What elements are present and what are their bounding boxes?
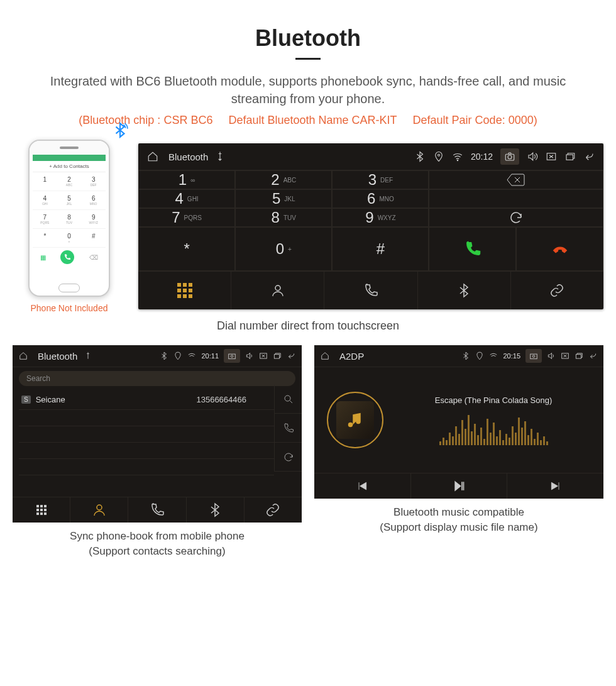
music-status-time: 20:15	[503, 352, 520, 360]
dialer-head-unit: Bluetooth 20:12 1∞ 2ABC 3DEF 4GHI 5JK	[138, 143, 603, 309]
refresh-button[interactable]	[429, 208, 603, 227]
dialpad-grid-icon	[177, 283, 192, 298]
key-8[interactable]: 8TUV	[235, 208, 332, 227]
equalizer-visual	[396, 414, 591, 445]
svg-point-1	[457, 160, 458, 161]
song-title: Escape (The Pina Colada Song)	[396, 396, 591, 405]
phone-key: 6MNO	[81, 191, 106, 210]
page-description: Integrated with BC6 Bluetooth module, su…	[38, 72, 578, 108]
close-x-icon[interactable]	[259, 351, 268, 360]
home-icon[interactable]	[19, 351, 28, 360]
tab-contacts[interactable]	[231, 272, 324, 309]
call-side-icon[interactable]	[274, 414, 302, 443]
page-title: Bluetooth	[13, 25, 603, 52]
bluetooth-tab-icon	[207, 502, 223, 517]
tab-dialpad[interactable]	[13, 497, 70, 523]
call-button[interactable]	[429, 227, 516, 271]
music-area: Escape (The Pina Colada Song)	[314, 367, 603, 473]
key-3[interactable]: 3DEF	[332, 170, 429, 189]
svg-point-8	[231, 355, 233, 358]
home-icon[interactable]	[321, 351, 329, 360]
camera-icon[interactable]	[500, 148, 519, 165]
camera-icon[interactable]	[525, 349, 542, 363]
tab-recent[interactable]	[324, 272, 417, 309]
back-icon[interactable]	[588, 351, 597, 360]
location-icon	[433, 151, 444, 162]
list-item	[19, 459, 274, 475]
backspace-button[interactable]	[429, 170, 603, 189]
dialpad-grid-icon	[36, 505, 47, 515]
search-input[interactable]: Search	[19, 371, 295, 386]
contact-name: Seicane	[36, 395, 65, 404]
volume-icon[interactable]	[547, 351, 556, 360]
phone-key: *	[33, 229, 57, 248]
svg-point-11	[285, 396, 290, 401]
key-star[interactable]: *	[138, 227, 235, 271]
tab-pair[interactable]	[511, 272, 603, 309]
search-icon[interactable]	[274, 385, 302, 414]
spec-chip: (Bluetooth chip : CSR BC6	[79, 114, 212, 126]
key-4[interactable]: 4GHI	[138, 189, 235, 208]
tab-bluetooth[interactable]	[187, 497, 245, 523]
key-0[interactable]: 0+	[235, 227, 332, 271]
location-icon	[173, 351, 182, 360]
phone-mockup-column: + Add to Contacts 12ABC3DEF4GHI5JKL6MNO7…	[13, 140, 126, 313]
svg-point-3	[508, 155, 512, 159]
svg-rect-16	[576, 355, 581, 358]
camera-icon[interactable]	[224, 349, 240, 363]
tab-bluetooth[interactable]	[418, 272, 511, 309]
music-note-icon	[346, 411, 365, 429]
key-6[interactable]: 6MNO	[332, 189, 429, 208]
link-icon	[549, 283, 564, 298]
recent-apps-icon[interactable]	[273, 351, 282, 360]
key-hash[interactable]: #	[332, 227, 429, 271]
svg-point-0	[437, 154, 439, 156]
album-art	[327, 392, 383, 448]
key-2[interactable]: 2ABC	[235, 170, 332, 189]
back-icon[interactable]	[583, 151, 595, 162]
close-x-icon[interactable]	[546, 151, 557, 162]
prev-track-button[interactable]	[314, 473, 411, 499]
title-underline	[295, 58, 321, 60]
phone-key: 0+	[57, 229, 82, 248]
refresh-side-icon[interactable]	[274, 443, 302, 472]
svg-rect-7	[229, 354, 236, 359]
home-icon[interactable]	[147, 151, 158, 162]
volume-icon[interactable]	[245, 351, 254, 360]
recent-apps-icon[interactable]	[575, 351, 583, 360]
phone-device: + Add to Contacts 12ABC3DEF4GHI5JKL6MNO7…	[28, 140, 110, 297]
contact-row[interactable]: S Seicane 13566664466	[19, 390, 274, 410]
tab-dialpad[interactable]	[138, 272, 231, 309]
bluetooth-icon	[461, 351, 470, 360]
bluetooth-icon	[160, 351, 168, 360]
phone-key: 9WXYZ	[81, 210, 106, 229]
key-7[interactable]: 7PQRS	[138, 208, 235, 227]
phone-add-contacts: + Add to Contacts	[33, 161, 106, 172]
tab-pair[interactable]	[245, 497, 302, 523]
phone-key: 5JKL	[57, 191, 82, 210]
contacts-tabbar	[13, 497, 302, 523]
volume-icon[interactable]	[527, 151, 538, 162]
close-x-icon[interactable]	[561, 351, 569, 360]
status-bar: Bluetooth 20:12	[138, 143, 603, 170]
side-action-bar	[274, 385, 302, 472]
contacts-status-title: Bluetooth	[38, 351, 77, 362]
tab-contacts[interactable]	[70, 497, 128, 523]
key-1[interactable]: 1∞	[138, 170, 235, 189]
back-icon[interactable]	[287, 351, 295, 360]
spec-code: Default Pair Code: 0000)	[413, 114, 537, 126]
music-head-unit: A2DP 20:15	[314, 345, 603, 499]
music-status-title: A2DP	[339, 351, 364, 362]
contact-badge: S	[21, 396, 31, 404]
bluetooth-signal-icon	[112, 122, 128, 142]
svg-rect-13	[531, 354, 537, 359]
key-5[interactable]: 5JKL	[235, 189, 332, 208]
play-pause-button[interactable]	[411, 473, 508, 499]
hangup-button[interactable]	[516, 227, 603, 271]
key-9[interactable]: 9WXYZ	[332, 208, 429, 227]
svg-point-12	[97, 505, 102, 510]
music-status-bar: A2DP 20:15	[314, 345, 603, 367]
tab-recent[interactable]	[128, 497, 186, 523]
next-track-button[interactable]	[507, 473, 603, 499]
recent-apps-icon[interactable]	[564, 151, 576, 162]
